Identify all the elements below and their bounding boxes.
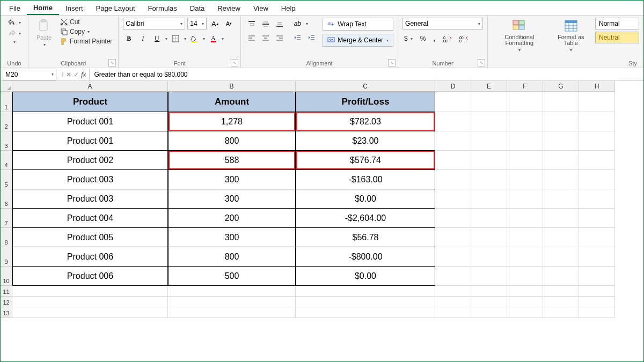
cell[interactable] (579, 228, 615, 247)
style-neutral[interactable]: Neutral (595, 32, 639, 43)
cell[interactable] (543, 92, 579, 112)
cell[interactable]: 1,278 (168, 112, 296, 131)
number-launcher[interactable]: ⤡ (478, 59, 485, 67)
cell[interactable] (435, 92, 471, 112)
cell[interactable] (471, 307, 507, 318)
cell[interactable] (579, 307, 615, 318)
cell[interactable] (543, 112, 579, 131)
col-header-F[interactable]: F (507, 81, 543, 92)
enter-icon[interactable]: ✓ (74, 71, 79, 78)
align-bottom-icon[interactable] (273, 18, 286, 31)
undo-button[interactable]: ▾ (6, 18, 23, 27)
cell[interactable]: -$2,604.00 (296, 209, 435, 228)
cell[interactable]: 300 (168, 170, 296, 189)
bold-button[interactable]: B (123, 33, 135, 45)
underline-button[interactable]: U (151, 33, 163, 45)
cell[interactable] (579, 131, 615, 151)
number-format-select[interactable]: General▾ (402, 18, 483, 29)
cell[interactable] (543, 189, 579, 209)
font-launcher[interactable]: ⤡ (231, 59, 238, 67)
row-header[interactable]: 9 (1, 247, 12, 267)
row-header[interactable]: 1 (1, 92, 12, 112)
cell[interactable] (435, 151, 471, 170)
cell[interactable] (435, 189, 471, 209)
cell[interactable]: $0.00 (296, 189, 435, 209)
font-name-select[interactable]: Calibri▾ (123, 18, 185, 29)
cell[interactable] (543, 170, 579, 189)
cell[interactable] (471, 131, 507, 151)
fx-icon[interactable]: fx (81, 70, 86, 79)
cell[interactable] (471, 189, 507, 209)
row-header[interactable]: 2 (1, 112, 12, 131)
cell[interactable] (435, 209, 471, 228)
cell[interactable] (12, 297, 168, 307)
cell[interactable] (471, 209, 507, 228)
cell[interactable] (296, 297, 435, 307)
cell[interactable] (471, 286, 507, 297)
cut-button[interactable]: Cut (58, 18, 114, 26)
menu-data[interactable]: Data (184, 2, 211, 14)
cell[interactable] (507, 228, 543, 247)
col-header-H[interactable]: H (579, 81, 615, 92)
cell[interactable] (579, 286, 615, 297)
format-as-table-button[interactable]: Format as Table▾ (551, 18, 591, 54)
cell[interactable] (168, 307, 296, 318)
menu-file[interactable]: File (3, 2, 27, 14)
cancel-icon[interactable]: ✕ (66, 71, 71, 78)
select-all-corner[interactable] (1, 81, 12, 92)
col-header-A[interactable]: A (12, 81, 168, 92)
cell[interactable] (471, 297, 507, 307)
cell[interactable]: 500 (168, 267, 296, 286)
merge-center-button[interactable]: Merge & Center▾ (323, 34, 393, 47)
cell[interactable]: 200 (168, 209, 296, 228)
comma-button[interactable]: , (431, 34, 436, 43)
cell[interactable] (435, 170, 471, 189)
cell[interactable] (543, 131, 579, 151)
cell[interactable] (435, 247, 471, 267)
row-header[interactable]: 13 (1, 307, 12, 318)
increase-font-icon[interactable]: A▴ (209, 18, 221, 29)
cell[interactable]: Product 006 (12, 247, 168, 267)
ribbon-more[interactable]: ▾ (11, 39, 17, 45)
col-header-C[interactable]: C (296, 81, 435, 92)
col-header-E[interactable]: E (471, 81, 507, 92)
name-box[interactable]: M20▾ (3, 69, 56, 80)
cell[interactable]: $0.00 (296, 267, 435, 286)
borders-button[interactable] (170, 33, 181, 45)
row-header[interactable]: 12 (1, 297, 12, 307)
menu-insert[interactable]: Insert (59, 2, 90, 14)
align-middle-icon[interactable] (259, 18, 272, 31)
cell[interactable] (543, 286, 579, 297)
cell[interactable] (12, 307, 168, 318)
style-normal[interactable]: Normal (595, 18, 639, 29)
cell[interactable] (435, 286, 471, 297)
menu-view[interactable]: View (247, 2, 275, 14)
formula-input[interactable]: Greater than or equal to $80,000 (90, 68, 643, 80)
cell[interactable]: -$163.00 (296, 170, 435, 189)
menu-review[interactable]: Review (211, 2, 247, 14)
align-center-icon[interactable] (259, 32, 272, 45)
cell[interactable]: -$800.00 (296, 247, 435, 267)
cell[interactable] (507, 189, 543, 209)
cell[interactable] (507, 112, 543, 131)
cell[interactable] (543, 209, 579, 228)
fill-color-button[interactable] (188, 33, 200, 45)
menu-help[interactable]: Help (275, 2, 302, 14)
cell[interactable] (296, 286, 435, 297)
cell[interactable]: Product 002 (12, 151, 168, 170)
cell[interactable] (471, 228, 507, 247)
cell[interactable] (435, 131, 471, 151)
increase-decimal-icon[interactable]: .0.00 (441, 33, 453, 45)
decrease-indent-icon[interactable] (291, 32, 303, 43)
decrease-decimal-icon[interactable]: .00.0 (457, 33, 469, 45)
row-header[interactable]: 10 (1, 267, 12, 286)
cell[interactable] (579, 92, 615, 112)
cell[interactable]: Product 003 (12, 170, 168, 189)
cell[interactable] (471, 112, 507, 131)
redo-button[interactable]: ▾ (6, 28, 23, 38)
cell[interactable] (471, 267, 507, 286)
cell[interactable] (579, 267, 615, 286)
cell[interactable]: Product 003 (12, 189, 168, 209)
row-header[interactable]: 5 (1, 170, 12, 189)
row-header[interactable]: 7 (1, 209, 12, 228)
